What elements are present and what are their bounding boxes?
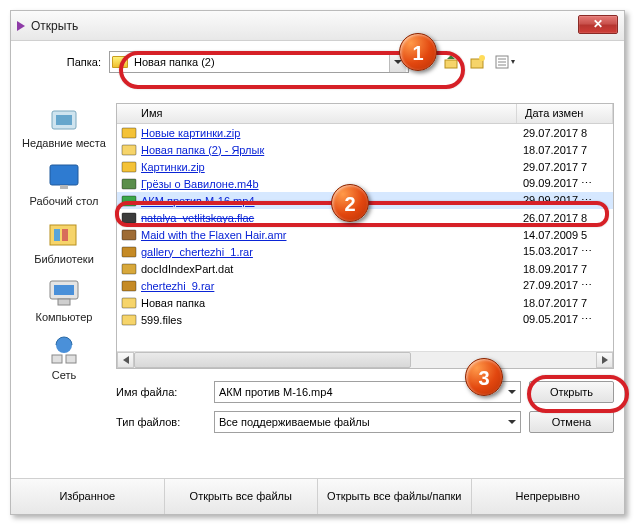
file-date: 09.09.2017 ⋯ <box>517 177 613 190</box>
svg-rect-19 <box>66 355 76 363</box>
file-row[interactable]: gallery_chertezhi_1.rar15.03.2017 ⋯ <box>117 243 613 260</box>
svg-rect-24 <box>122 196 136 206</box>
title-bar: Открыть ✕ <box>11 11 624 41</box>
zip-icon <box>121 160 137 174</box>
folder-icon <box>121 143 137 157</box>
folder-value: Новая папка (2) <box>134 56 215 68</box>
file-row[interactable]: Картинки.zip29.07.2017 7 <box>117 158 613 175</box>
filename-label: Имя файла: <box>116 386 206 398</box>
svg-rect-21 <box>122 145 136 155</box>
filetype-label: Тип файлов: <box>116 416 206 428</box>
scroll-thumb[interactable] <box>134 352 411 368</box>
file-date: 29.07.2017 8 <box>517 127 613 139</box>
rar-icon <box>121 245 137 259</box>
svg-rect-23 <box>122 179 136 189</box>
filetype-combobox[interactable]: Все поддерживаемые файлы <box>214 411 521 433</box>
file-row[interactable]: Новые картинки.zip29.07.2017 8 <box>117 124 613 141</box>
file-name: 599.files <box>141 314 517 326</box>
svg-rect-30 <box>122 298 136 308</box>
svg-point-2 <box>479 55 485 61</box>
file-date: 26.07.2017 8 <box>517 212 613 224</box>
file-date: 18.07.2017 7 <box>517 144 613 156</box>
file-name: chertezhi_9.rar <box>141 280 517 292</box>
open-file-dialog: Открыть ✕ Папка: Новая папка (2) <box>11 11 624 514</box>
mp4-icon <box>121 194 137 208</box>
view-menu-icon[interactable] <box>495 54 513 70</box>
horizontal-scrollbar[interactable] <box>117 351 613 368</box>
svg-rect-13 <box>62 229 68 241</box>
file-date: 09.05.2017 ⋯ <box>517 313 613 326</box>
file-row[interactable]: Новая папка18.07.2017 7 <box>117 294 613 311</box>
svg-rect-10 <box>60 185 68 189</box>
file-name: Картинки.zip <box>141 161 517 173</box>
rar-icon <box>121 279 137 293</box>
places-network[interactable]: Сеть <box>19 335 109 381</box>
svg-rect-15 <box>54 285 74 295</box>
folder-icon <box>121 313 137 327</box>
folder-icon <box>121 296 137 310</box>
scroll-right-button[interactable] <box>596 352 613 368</box>
bottom-continuous-button[interactable]: Непрерывно <box>472 479 625 514</box>
svg-rect-22 <box>122 162 136 172</box>
file-row[interactable]: Грёзы о Вавилоне.m4b09.09.2017 ⋯ <box>117 175 613 192</box>
chevron-down-icon <box>508 420 516 424</box>
file-list[interactable]: Имя Дата измен Новые картинки.zip29.07.2… <box>116 103 614 369</box>
places-libraries[interactable]: Библиотеки <box>19 219 109 265</box>
column-name[interactable]: Имя <box>117 104 517 123</box>
new-folder-icon[interactable] <box>469 54 487 70</box>
svg-rect-20 <box>122 128 136 138</box>
file-date: 18.09.2017 7 <box>517 263 613 275</box>
callout-badge-2: 2 <box>331 184 369 222</box>
file-name: gallery_chertezhi_1.rar <box>141 246 517 258</box>
file-date: 18.07.2017 7 <box>517 297 613 309</box>
svg-rect-8 <box>56 115 72 125</box>
chevron-down-icon <box>508 390 516 394</box>
file-name: АКМ против М-16.mp4 <box>141 195 517 207</box>
file-name: Новая папка <box>141 297 517 309</box>
open-button[interactable]: Открыть <box>529 381 614 403</box>
window-title: Открыть <box>31 19 78 33</box>
svg-rect-27 <box>122 247 136 257</box>
file-row[interactable]: docIdIndexPart.dat18.09.2017 7 <box>117 260 613 277</box>
svg-rect-12 <box>54 229 60 241</box>
column-date[interactable]: Дата измен <box>517 104 613 123</box>
cancel-button[interactable]: Отмена <box>529 411 614 433</box>
file-date: 14.07.2009 5 <box>517 229 613 241</box>
folder-label: Папка: <box>21 56 101 68</box>
file-row[interactable]: chertezhi_9.rar27.09.2017 ⋯ <box>117 277 613 294</box>
places-computer[interactable]: Компьютер <box>19 277 109 323</box>
close-button[interactable]: ✕ <box>578 15 618 34</box>
file-name: natalya_vetlitskaya.flac <box>141 212 517 224</box>
m4b-icon <box>121 177 137 191</box>
file-row[interactable]: Новая папка (2) - Ярлык18.07.2017 7 <box>117 141 613 158</box>
file-date: 15.03.2017 ⋯ <box>517 245 613 258</box>
file-name: Грёзы о Вавилоне.m4b <box>141 178 517 190</box>
scroll-left-button[interactable] <box>117 352 134 368</box>
file-date: 29.09.2017 ⋯ <box>517 194 613 207</box>
zip-icon <box>121 126 137 140</box>
file-row[interactable]: Maid with the Flaxen Hair.amr14.07.2009 … <box>117 226 613 243</box>
file-row[interactable]: 599.files09.05.2017 ⋯ <box>117 311 613 328</box>
file-date: 27.09.2017 ⋯ <box>517 279 613 292</box>
svg-rect-16 <box>58 299 70 305</box>
places-recent[interactable]: Недавние места <box>19 103 109 149</box>
list-header: Имя Дата измен <box>117 104 613 124</box>
svg-rect-26 <box>122 230 136 240</box>
file-name: docIdIndexPart.dat <box>141 263 517 275</box>
bottom-open-all-files-button[interactable]: Открыть все файлы <box>165 479 319 514</box>
amr-icon <box>121 228 137 242</box>
places-desktop[interactable]: Рабочий стол <box>19 161 109 207</box>
bottom-favorites-button[interactable]: Избранное <box>11 479 165 514</box>
file-name: Maid with the Flaxen Hair.amr <box>141 229 517 241</box>
folder-combobox[interactable]: Новая папка (2) <box>109 51 409 73</box>
file-name: Новая папка (2) - Ярлык <box>141 144 517 156</box>
places-bar: Недавние места Рабочий стол Библиотеки К… <box>19 103 109 382</box>
go-up-icon[interactable] <box>443 54 461 70</box>
svg-rect-29 <box>122 281 136 291</box>
bottom-open-all-folders-button[interactable]: Открыть все файлы/папки <box>318 479 472 514</box>
file-name: Новые картинки.zip <box>141 127 517 139</box>
bottom-button-bar: Избранное Открыть все файлы Открыть все … <box>11 478 624 514</box>
folder-icon <box>112 56 128 68</box>
svg-rect-31 <box>122 315 136 325</box>
dat-icon <box>121 262 137 276</box>
